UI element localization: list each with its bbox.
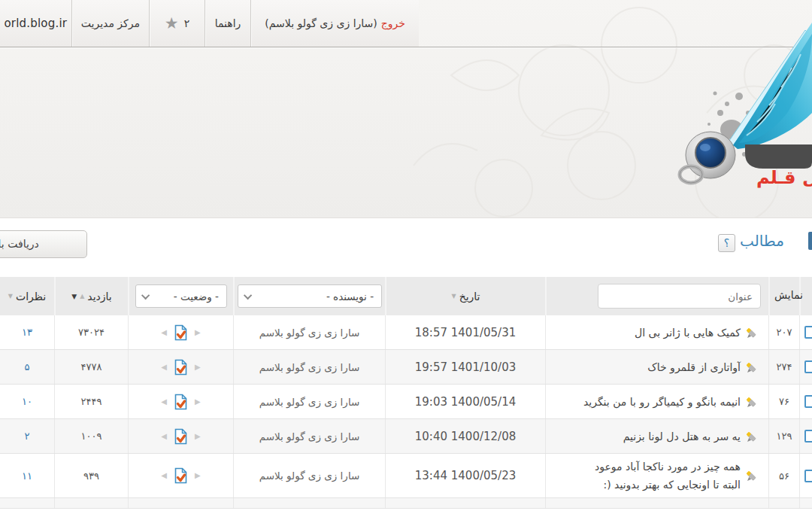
comments-cell[interactable]: ۱۳ <box>0 315 54 349</box>
post-title[interactable]: آواتاری از قلمرو خاک <box>647 361 741 373</box>
table-body: ۲۰۷ کمیک هایی با ژانر بی ال 18:57 1401/0… <box>0 315 812 498</box>
author-cell: سارا زی زی گولو بلاسم <box>233 315 385 349</box>
comments-count[interactable]: ۵ <box>25 361 30 373</box>
published-status-icon[interactable] <box>174 394 188 410</box>
post-title[interactable]: انیمه بانگو و کیمیاگر رو با من بنگرید <box>583 396 741 408</box>
comments-count[interactable]: ۱۰ <box>22 396 32 407</box>
help-link[interactable]: راهنما <box>205 0 251 47</box>
post-title[interactable]: همه چیز در مورد ناکجا آباد موعود <box>595 461 741 473</box>
view-post-icon[interactable] <box>804 430 812 443</box>
header-title-col <box>545 277 768 315</box>
author-cell: سارا زی زی گولو بلاسم <box>233 350 385 384</box>
status-filter-select[interactable]: - وضعیت - <box>135 284 227 308</box>
download-archive-button[interactable]: دریافت بایگانی م <box>0 230 87 258</box>
comments-count[interactable]: ۱۳ <box>22 327 32 338</box>
post-title[interactable]: یه سر به هتل دل لونا بزنیم <box>623 430 741 443</box>
views-cell: ۴۷۷۸ <box>54 350 128 384</box>
view-post-cell[interactable] <box>799 419 812 453</box>
status-prev-arrow[interactable]: ◀ <box>161 363 167 371</box>
star-rating-item[interactable]: ★ ۲ <box>150 0 205 47</box>
status-cell: ◀ ▶ <box>128 454 233 497</box>
edit-pencil-icon[interactable] <box>746 469 759 482</box>
views-count: ۹۳۹ <box>83 470 99 482</box>
comments-cell[interactable]: ۵ <box>0 350 54 384</box>
header-author-col: - نویسنده - <box>233 277 385 315</box>
published-status-icon[interactable] <box>174 359 188 376</box>
title-cell[interactable]: کمیک هایی با ژانر بی ال <box>545 315 768 349</box>
status-prev-arrow[interactable]: ◀ <box>161 329 167 336</box>
header-comments-col[interactable]: نظرات ▼ <box>0 277 54 315</box>
post-row: ۲۷۴ آواتاری از قلمرو خاک 19:57 1401/10/0… <box>0 350 812 385</box>
views-sort-desc-icon[interactable]: ▼ <box>71 293 77 300</box>
status-next-arrow[interactable]: ▶ <box>195 472 201 479</box>
published-status-icon[interactable] <box>174 428 188 445</box>
header-views-label: بازدید <box>87 290 111 303</box>
display-count-cell: ۲۷۴ <box>768 350 799 384</box>
display-count-cell: ۵۶ <box>768 454 799 497</box>
views-sort-asc-icon[interactable]: ▲ <box>80 293 84 300</box>
view-post-icon[interactable] <box>804 326 812 339</box>
view-post-icon[interactable] <box>804 395 812 408</box>
top-menu-bar: orld.blog.ir مرکز مدیریت ★ ۲ راهنما خروج… <box>0 0 419 47</box>
post-row: ۷۶ انیمه بانگو و کیمیاگر رو با من بنگرید… <box>0 385 812 419</box>
comments-cell[interactable]: ۱۰ <box>0 385 54 418</box>
star-count: ۲ <box>184 17 190 29</box>
display-count: ۵۶ <box>779 470 789 482</box>
status-next-arrow[interactable]: ▶ <box>195 433 201 440</box>
posts-table: نمایش تاریخ ▼ - نویسنده - - وضعیت - بازد… <box>0 277 812 509</box>
edit-pencil-icon[interactable] <box>746 430 759 443</box>
header-date-col[interactable]: تاریخ ▼ <box>385 277 545 315</box>
comments-count[interactable]: ۲ <box>25 430 30 442</box>
management-center-link[interactable]: مرکز مدیریت <box>71 0 149 47</box>
view-post-cell[interactable] <box>799 454 812 497</box>
comments-cell[interactable]: ۱۱ <box>0 454 54 497</box>
date-sort-icon[interactable]: ▼ <box>452 293 456 300</box>
post-title[interactable]: کمیک هایی با ژانر بی ال <box>635 327 741 339</box>
view-post-cell[interactable] <box>799 315 812 349</box>
logout-item[interactable]: خروج (سارا زی زی گولو بلاسم) <box>251 0 419 47</box>
logout-link[interactable]: خروج <box>381 17 405 29</box>
section-icon <box>808 232 812 250</box>
status-prev-arrow[interactable]: ◀ <box>161 472 167 479</box>
published-status-icon[interactable] <box>174 324 188 341</box>
status-cell: ◀ ▶ <box>128 350 233 384</box>
post-date: 19:03 1400/05/14 <box>415 395 516 409</box>
status-next-arrow[interactable]: ▶ <box>195 398 201 406</box>
logo-glyph-fragment <box>745 144 812 169</box>
smiley-text: :) <box>603 479 611 491</box>
status-next-arrow[interactable]: ▶ <box>195 329 201 336</box>
section-help-button[interactable]: ؟ <box>718 234 735 252</box>
view-post-icon[interactable] <box>804 360 812 373</box>
status-cell: ◀ ▶ <box>128 315 233 349</box>
edit-pencil-icon[interactable] <box>746 395 759 409</box>
view-post-icon[interactable] <box>804 470 812 482</box>
title-cell[interactable]: انیمه بانگو و کیمیاگر رو با من بنگرید <box>545 385 768 418</box>
view-post-cell[interactable] <box>799 385 812 418</box>
status-next-arrow[interactable]: ▶ <box>195 363 201 371</box>
title-cell[interactable]: یه سر به هتل دل لونا بزنیم <box>545 419 768 453</box>
display-count: ۷۶ <box>779 396 789 407</box>
view-post-cell[interactable] <box>799 350 812 384</box>
partial-next-row <box>0 498 812 509</box>
post-author: سارا زی زی گولو بلاسم <box>259 327 360 339</box>
chevron-down-icon <box>141 290 150 299</box>
comments-cell[interactable]: ۲ <box>0 419 54 453</box>
post-date: 18:57 1401/05/31 <box>415 326 516 339</box>
comments-count[interactable]: ۱۱ <box>22 470 32 482</box>
post-row: ۵۶ همه چیز در مورد ناکجا آباد موعود البت… <box>0 454 812 498</box>
title-cell[interactable]: همه چیز در مورد ناکجا آباد موعود البته ت… <box>545 454 768 497</box>
status-prev-arrow[interactable]: ◀ <box>161 398 167 406</box>
edit-pencil-icon[interactable] <box>746 360 759 374</box>
title-search-input[interactable] <box>598 284 761 309</box>
logged-in-username: (سارا زی زی گولو بلاسم) <box>265 17 377 29</box>
author-filter-select[interactable]: - نویسنده - <box>238 284 382 308</box>
title-cell[interactable]: آواتاری از قلمرو خاک <box>545 350 768 384</box>
display-count: ۲۰۷ <box>777 327 792 338</box>
blog-domain-link[interactable]: orld.blog.ir <box>0 0 71 47</box>
edit-pencil-icon[interactable] <box>746 326 759 339</box>
published-status-icon[interactable] <box>174 467 188 484</box>
comments-sort-icon[interactable]: ▼ <box>8 293 13 300</box>
status-prev-arrow[interactable]: ◀ <box>161 433 167 440</box>
header-views-col[interactable]: بازدید ▲ ▼ <box>54 277 128 315</box>
author-filter-value: - نویسنده - <box>326 290 374 303</box>
